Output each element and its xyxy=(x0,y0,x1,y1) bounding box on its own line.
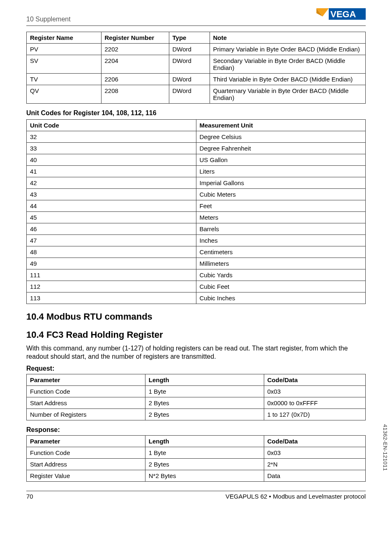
col-header: Register Number xyxy=(101,32,169,44)
table-row: 113Cubic Inches xyxy=(27,292,366,304)
col-header: Code/Data xyxy=(264,374,366,386)
table-row: Start Address2 Bytes2*N xyxy=(27,459,366,470)
cell: 111 xyxy=(27,269,196,281)
cell: DWord xyxy=(169,44,210,55)
brand-logo: VEGA xyxy=(316,8,366,23)
cell: Quarternary Variable in Byte Order BACD … xyxy=(210,85,366,104)
cell: 41 xyxy=(27,166,196,177)
cell: PV xyxy=(27,44,101,55)
fc3-description: With this command, any number (1-127) of… xyxy=(26,344,366,361)
cell: 32 xyxy=(27,131,196,143)
footer-doc-title: VEGAPULS 62 • Modbus and Levelmaster pro… xyxy=(226,493,366,500)
cell: 0x03 xyxy=(264,447,366,459)
table-row: 42Imperial Gallons xyxy=(27,177,366,189)
col-header: Unit Code xyxy=(27,120,196,131)
cell: 43 xyxy=(27,189,196,200)
heading-modbus-rtu: 10.4 Modbus RTU commands xyxy=(26,311,366,322)
cell: 2*N xyxy=(264,459,366,470)
table-row: 112Cubic Feet xyxy=(27,281,366,292)
cell: 112 xyxy=(27,281,196,292)
col-header: Register Name xyxy=(27,32,101,44)
cell: 2208 xyxy=(101,85,169,104)
cell: Start Address xyxy=(27,459,145,470)
logo-text: VEGA xyxy=(330,9,356,19)
table-row: Register ValueN*2 BytesData xyxy=(27,470,366,482)
cell: Imperial Gallons xyxy=(196,177,366,189)
col-header: Type xyxy=(169,32,210,44)
table-row: 40US Gallon xyxy=(27,154,366,166)
breadcrumb: 10 Supplement xyxy=(26,16,71,23)
cell: 2204 xyxy=(101,55,169,74)
cell: Degree Fahrenheit xyxy=(196,143,366,154)
col-header: Code/Data xyxy=(264,436,366,447)
cell: DWord xyxy=(169,55,210,74)
table-row: QV 2208 DWord Quarternary Variable in By… xyxy=(27,85,366,104)
cell: Data xyxy=(264,470,366,482)
table-row: SV 2204 DWord Secondary Variable in Byte… xyxy=(27,55,366,74)
cell: 2 Bytes xyxy=(145,397,264,409)
table-row: Number of Registers2 Bytes1 to 127 (0x7D… xyxy=(27,409,366,420)
cell: DWord xyxy=(169,85,210,104)
cell: DWord xyxy=(169,74,210,85)
table-row: 46Barrels xyxy=(27,223,366,235)
cell: QV xyxy=(27,85,101,104)
cell: 2 Bytes xyxy=(145,409,264,420)
page-footer: 70 VEGAPULS 62 • Modbus and Levelmaster … xyxy=(26,491,366,500)
table-row: Function Code1 Byte0x03 xyxy=(27,386,366,397)
table-row: 33Degree Fahrenheit xyxy=(27,143,366,154)
unit-codes-title: Unit Codes for Register 104, 108, 112, 1… xyxy=(26,109,366,117)
cell: Degree Celsius xyxy=(196,131,366,143)
response-table: Parameter Length Code/Data Function Code… xyxy=(26,435,366,482)
cell: Register Value xyxy=(27,470,145,482)
cell: 46 xyxy=(27,223,196,235)
heading-fc3: 10.4 FC3 Read Holding Register xyxy=(26,330,366,340)
cell: Cubic Feet xyxy=(196,281,366,292)
page-number: 70 xyxy=(26,493,33,500)
cell: 1 to 127 (0x7D) xyxy=(264,409,366,420)
cell: TV xyxy=(27,74,101,85)
col-header: Length xyxy=(145,374,264,386)
cell: 2202 xyxy=(101,44,169,55)
cell: Secondary Variable in Byte Order BACD (M… xyxy=(210,55,366,74)
cell: Primary Variable in Byte Order BACD (Mid… xyxy=(210,44,366,55)
col-header: Note xyxy=(210,32,366,44)
cell: Number of Registers xyxy=(27,409,145,420)
cell: 40 xyxy=(27,154,196,166)
cell: 44 xyxy=(27,200,196,212)
table-row: Function Code1 Byte0x03 xyxy=(27,447,366,459)
cell: Inches xyxy=(196,235,366,246)
cell: 48 xyxy=(27,246,196,258)
table-row: 41Liters xyxy=(27,166,366,177)
cell: Function Code xyxy=(27,447,145,459)
table-row: 45Meters xyxy=(27,212,366,223)
table-row: 49Millimeters xyxy=(27,258,366,269)
col-header: Length xyxy=(145,436,264,447)
response-label: Response: xyxy=(26,426,366,434)
header-divider xyxy=(26,26,366,26)
cell: 113 xyxy=(27,292,196,304)
cell: 1 Byte xyxy=(145,447,264,459)
table-row: 47Inches xyxy=(27,235,366,246)
cell: 1 Byte xyxy=(145,386,264,397)
col-header: Measurement Unit xyxy=(196,120,366,131)
cell: 47 xyxy=(27,235,196,246)
register-table: Register Name Register Number Type Note … xyxy=(26,32,366,104)
table-row: 111Cubic Yards xyxy=(27,269,366,281)
cell: Centimeters xyxy=(196,246,366,258)
cell: SV xyxy=(27,55,101,74)
cell: 2 Bytes xyxy=(145,459,264,470)
table-row: 43Cubic Meters xyxy=(27,189,366,200)
cell: 45 xyxy=(27,212,196,223)
cell: 42 xyxy=(27,177,196,189)
cell: US Gallon xyxy=(196,154,366,166)
cell: N*2 Bytes xyxy=(145,470,264,482)
cell: Function Code xyxy=(27,386,145,397)
cell: 33 xyxy=(27,143,196,154)
doc-code-vertical: 41362-EN-121011 xyxy=(382,424,388,471)
cell: Barrels xyxy=(196,223,366,235)
table-row: TV 2206 DWord Third Variable in Byte Ord… xyxy=(27,74,366,85)
cell: Cubic Yards xyxy=(196,269,366,281)
cell: Feet xyxy=(196,200,366,212)
table-row: 44Feet xyxy=(27,200,366,212)
cell: Cubic Inches xyxy=(196,292,366,304)
